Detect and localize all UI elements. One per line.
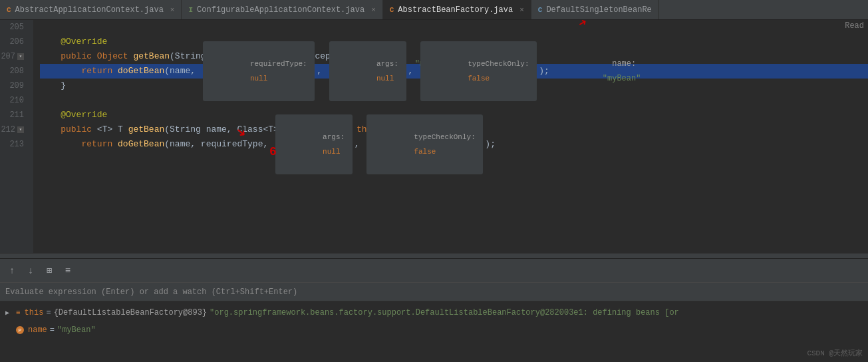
paren-open-208: (name, bbox=[164, 64, 201, 79]
gutter-211: 211 bbox=[0, 108, 28, 122]
eval-bar[interactable]: Evaluate expression (Enter) or add a wat… bbox=[0, 283, 868, 301]
code-indent-207 bbox=[40, 49, 61, 64]
var-eq-this: = bbox=[46, 308, 51, 317]
editor-wrapper: 205 206 ↑ 207 ▾ 208 209 210 211 ↑ 212 ▾ … bbox=[0, 20, 868, 258]
fold-icon-212[interactable]: ▾ bbox=[17, 126, 24, 133]
tab-bar: C AbstractApplicationContext.java × I Co… bbox=[0, 0, 868, 20]
gutter-212: ↑ 212 ▾ bbox=[0, 122, 28, 137]
hint-name-208: name: "myBean" bbox=[555, 42, 641, 100]
gutter-213: 213 bbox=[0, 137, 28, 152]
hint-typecheckonly-213: typeCheckOnly: false bbox=[366, 114, 483, 174]
horizontal-scrollbar[interactable] bbox=[0, 253, 868, 258]
debug-var-name[interactable]: P name = "myBean" bbox=[0, 321, 868, 339]
code-line-205 bbox=[40, 20, 868, 35]
tab-configurable-application-context[interactable]: I ConfigurableApplicationContext.java × bbox=[182, 0, 382, 19]
annotation-override-211: @Override bbox=[40, 108, 107, 122]
generic-212: <T> T bbox=[97, 122, 128, 137]
tab-label-4: DefaultSingletonBeanRe bbox=[546, 5, 651, 15]
eval-bar-text: Evaluate expression (Enter) or add a wat… bbox=[5, 287, 297, 297]
method-dogetbean-208: doGetBean bbox=[118, 64, 164, 79]
method-getbean-207: getBean bbox=[133, 49, 170, 64]
bottom-toolbar: ↑ ↓ ⊞ ≡ bbox=[0, 258, 868, 282]
code-line-208: return doGetBean (name, requiredType: nu… bbox=[40, 64, 868, 79]
toolbar-icon-table[interactable]: ⊞ bbox=[43, 264, 56, 277]
readonly-badge: Read bbox=[841, 20, 868, 32]
gutter-208: 208 bbox=[0, 64, 28, 79]
code-indent-213 bbox=[40, 137, 81, 152]
var-eq-name: = bbox=[50, 325, 55, 335]
tab-icon-4: C bbox=[538, 6, 543, 14]
expand-icon-this[interactable]: ▶ bbox=[5, 309, 13, 317]
fold-icon-207[interactable]: ▾ bbox=[17, 53, 24, 60]
tab-icon-1: C bbox=[7, 6, 11, 14]
tab-label-3: AbstractBeanFactory.java bbox=[398, 5, 513, 15]
type-object-207: Object bbox=[97, 49, 134, 64]
code-line-213: return doGetBean (name, requiredType, ar… bbox=[40, 137, 868, 152]
tab-close-2[interactable]: × bbox=[371, 6, 376, 14]
gutter-215 bbox=[0, 166, 28, 181]
tab-default-singleton[interactable]: C DefaultSingletonBeanRe bbox=[531, 0, 659, 19]
comma-208a: , bbox=[317, 64, 327, 79]
var-type-this: {DefaultListableBeanFactory@893} bbox=[54, 308, 207, 317]
kw-return-208: return bbox=[81, 64, 118, 79]
method-dogetbean-213: doGetBean bbox=[118, 137, 164, 152]
params-213a: (name, requiredType, bbox=[164, 137, 273, 152]
tab-abstract-bean-factory[interactable]: C AbstractBeanFactory.java × bbox=[383, 0, 531, 19]
toolbar-icon-up[interactable]: ↑ bbox=[5, 264, 19, 277]
tab-icon-3: C bbox=[390, 6, 394, 14]
tab-abstract-application-context[interactable]: C AbstractApplicationContext.java × bbox=[0, 0, 182, 19]
expand-icon-name bbox=[5, 327, 13, 334]
gutter-205: 205 bbox=[0, 20, 28, 35]
paren-close-208: ); bbox=[539, 64, 549, 79]
method-getbean-212: getBean bbox=[128, 122, 165, 137]
kw-return-213: return bbox=[81, 137, 118, 152]
comma-213: , bbox=[355, 137, 365, 152]
gutter-206: 206 bbox=[0, 35, 28, 49]
watermark: CSDN @天然玩家 bbox=[807, 348, 863, 358]
tab-label-2: ConfigurableApplicationContext.java bbox=[197, 5, 364, 15]
tab-close-3[interactable]: × bbox=[519, 6, 524, 14]
paren-close-213: ); bbox=[485, 137, 496, 152]
annotation-override-206: @Override bbox=[40, 35, 107, 49]
tab-close-1[interactable]: × bbox=[170, 6, 175, 14]
var-name-name: name bbox=[28, 325, 47, 335]
var-icon-eq-this: ≡ bbox=[16, 309, 21, 317]
tab-icon-2: I bbox=[188, 6, 193, 14]
tab-label-1: AbstractApplicationContext.java bbox=[15, 5, 164, 15]
code-indent-208 bbox=[40, 64, 81, 79]
toolbar-icon-down[interactable]: ↓ bbox=[24, 264, 37, 277]
hint-args-213: args: null bbox=[275, 114, 353, 174]
hint-requiredtype: requiredType: null bbox=[203, 41, 315, 101]
code-indent-212 bbox=[40, 122, 61, 137]
debug-var-this[interactable]: ▶ ≡ this = {DefaultListableBeanFactory@8… bbox=[0, 304, 868, 321]
gutter-209: 209 bbox=[0, 79, 28, 93]
var-value-name: "myBean" bbox=[57, 325, 96, 335]
line-gutter: 205 206 ↑ 207 ▾ 208 209 210 211 ↑ 212 ▾ … bbox=[0, 20, 33, 253]
kw-public-212: public bbox=[61, 122, 97, 137]
var-name-this: this bbox=[25, 308, 44, 317]
gutter-207: ↑ 207 ▾ bbox=[0, 49, 28, 64]
gutter-210: 210 bbox=[0, 93, 28, 108]
hint-args: args: null bbox=[329, 41, 406, 101]
editor-area[interactable]: 205 206 ↑ 207 ▾ 208 209 210 211 ↑ 212 ▾ … bbox=[0, 20, 868, 253]
debug-panel: Evaluate expression (Enter) or add a wat… bbox=[0, 282, 868, 341]
code-area: @Override public Object getBean (String … bbox=[33, 20, 868, 253]
var-icon-circle-name: P bbox=[16, 326, 24, 334]
var-value-this: "org.springframework.beans.factory.suppo… bbox=[210, 308, 679, 317]
debug-variables: ▶ ≡ this = {DefaultListableBeanFactory@8… bbox=[0, 301, 868, 341]
kw-public-207: public bbox=[61, 49, 97, 64]
gutter-214 bbox=[0, 152, 28, 166]
comma-208b: , bbox=[408, 64, 419, 79]
brace-close-209: } bbox=[40, 79, 66, 93]
toolbar-icon-list[interactable]: ≡ bbox=[61, 264, 74, 277]
hint-typecheckonly: typeCheckOnly: false bbox=[420, 41, 537, 101]
